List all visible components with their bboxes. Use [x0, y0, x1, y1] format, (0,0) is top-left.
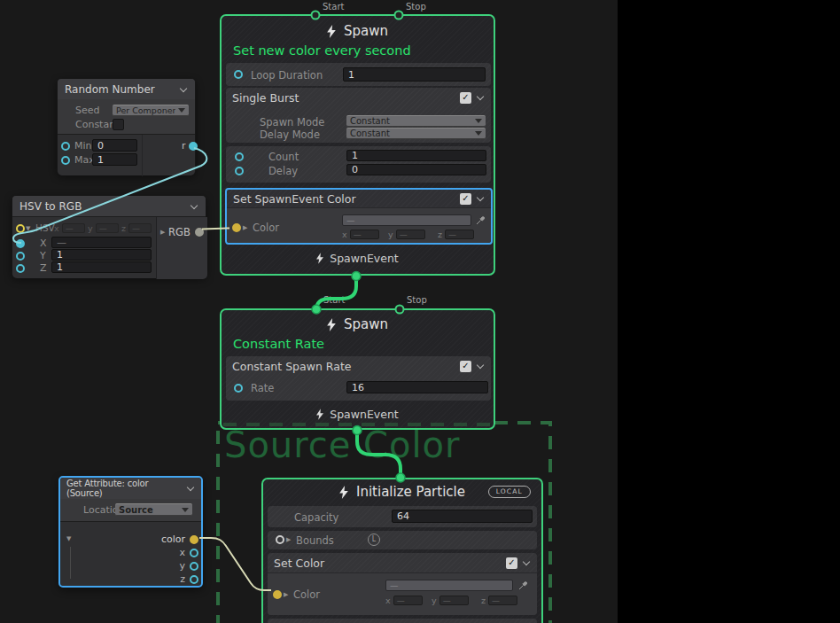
- rgb-output-port[interactable]: [195, 228, 204, 237]
- collapse-triangle-icon[interactable]: ▼: [26, 226, 30, 232]
- single-burst-checkbox[interactable]: ✓: [460, 92, 471, 104]
- y-axis-label: y: [88, 223, 93, 233]
- count-port[interactable]: [235, 152, 244, 161]
- count-input[interactable]: [346, 150, 486, 161]
- color-y-field[interactable]: y—: [432, 596, 469, 605]
- random-number-node[interactable]: Random Number Seed Per Component Constan…: [57, 78, 196, 175]
- set-color-port[interactable]: [273, 590, 282, 599]
- delay-port[interactable]: [235, 167, 244, 175]
- capacity-input[interactable]: [392, 510, 533, 523]
- chevron-down-icon[interactable]: [476, 194, 485, 203]
- chevron-down-icon[interactable]: [190, 202, 198, 211]
- set-color-block[interactable]: Set Color ✓ ▶ Color — x— y— z—: [268, 553, 537, 615]
- chevron-down-icon[interactable]: [522, 558, 531, 567]
- lightning-icon: [327, 318, 336, 331]
- single-burst-block[interactable]: Single Burst ✓ Spawn Mode Constant Delay…: [226, 88, 491, 143]
- node-subtitle[interactable]: Constant Rate: [233, 337, 324, 351]
- color-y-field[interactable]: y—: [388, 230, 425, 239]
- constant-spawn-rate-title: Constant Spawn Rate: [232, 360, 351, 373]
- graph-area[interactable]: Source Color Start Stop Start Stop Spawn…: [0, 0, 618, 623]
- chevron-down-icon[interactable]: [476, 362, 485, 370]
- r-output-port[interactable]: [189, 142, 198, 151]
- capacity-block: Capacity: [268, 506, 537, 527]
- chevron-down-icon[interactable]: [186, 484, 195, 493]
- loop-duration-input[interactable]: [343, 67, 486, 82]
- z-input-port[interactable]: [16, 264, 25, 273]
- z-input[interactable]: [51, 261, 152, 273]
- wire-color-to-setcolor[interactable]: [199, 538, 271, 590]
- loop-duration-label: Loop Duration: [251, 69, 323, 82]
- set-spawnevent-color-checkbox[interactable]: ✓: [460, 193, 471, 205]
- z-axis-value: —: [445, 230, 474, 239]
- hsv-label: HSV: [35, 222, 55, 233]
- set-color-checkbox[interactable]: ✓: [506, 557, 517, 569]
- color-z-field[interactable]: z—: [438, 230, 474, 239]
- spawn-context-2[interactable]: Spawn Constant Rate Constant Spawn Rate …: [220, 308, 495, 430]
- x-input[interactable]: [51, 237, 152, 248]
- color-x-field[interactable]: x—: [385, 596, 423, 605]
- hsv-to-rgb-node[interactable]: HSV to RGB ▶ RGB ▼ HSV x— y— z— X Y: [12, 195, 206, 277]
- bounds-port[interactable]: [276, 535, 284, 544]
- constant-spawn-rate-block[interactable]: Constant Spawn Rate ✓ Rate: [226, 356, 491, 401]
- expand-triangle-icon[interactable]: ▶: [284, 592, 288, 598]
- color-x-field[interactable]: x—: [342, 230, 379, 239]
- x-output-port[interactable]: [190, 549, 198, 557]
- hsv-input-port[interactable]: [16, 224, 25, 233]
- color-gradient-field[interactable]: —: [385, 580, 513, 591]
- delay-input[interactable]: [346, 164, 486, 175]
- spawnevent-color-port[interactable]: [232, 223, 241, 232]
- y-axis-label: y: [388, 230, 393, 239]
- min-input[interactable]: [92, 139, 137, 152]
- constant-spawn-rate-checkbox[interactable]: ✓: [460, 361, 471, 372]
- location-value: Source: [119, 505, 179, 515]
- initialize-particle-context[interactable]: Initialize Particle LOCAL Capacity ▶ Bou…: [261, 478, 543, 623]
- group-title[interactable]: Source Color: [224, 424, 461, 465]
- y-output-port[interactable]: [190, 562, 198, 571]
- collapse-triangle-icon[interactable]: ▼: [66, 536, 71, 542]
- get-attribute-node[interactable]: Get Attribute: color (Source) Location S…: [58, 476, 203, 588]
- rate-input[interactable]: [346, 381, 488, 393]
- location-dropdown[interactable]: Source: [115, 503, 192, 516]
- node-subtitle[interactable]: Set new color every second: [233, 43, 411, 58]
- min-port[interactable]: [61, 142, 70, 151]
- z-axis-label: z: [481, 596, 486, 605]
- chevron-down-icon[interactable]: [476, 93, 485, 102]
- color-output-port[interactable]: [190, 535, 198, 544]
- set-spawnevent-color-title: Set SpawnEvent Color: [233, 192, 356, 206]
- max-input[interactable]: [92, 153, 137, 166]
- seed-dropdown[interactable]: Per Component: [113, 105, 189, 116]
- spawn1-title-row: Spawn: [222, 23, 494, 39]
- color-gradient-field[interactable]: —: [342, 214, 471, 226]
- hsv-x-field: x—: [54, 223, 85, 233]
- y-input[interactable]: [51, 249, 152, 261]
- eyedropper-icon[interactable]: [476, 215, 486, 225]
- set-spawnevent-color-block[interactable]: Set SpawnEvent Color ✓ ▶ Color — x— y— z…: [225, 188, 493, 245]
- x-axis-label: x: [385, 596, 391, 605]
- spawn-mode-dropdown[interactable]: Constant: [346, 115, 486, 127]
- color-z-field[interactable]: z—: [481, 596, 517, 605]
- eyedropper-icon[interactable]: [518, 580, 528, 590]
- count-label: Count: [268, 151, 299, 163]
- x-axis-value: —: [393, 596, 423, 605]
- bounds-local-badge[interactable]: L: [368, 533, 380, 546]
- y-input-port[interactable]: [16, 252, 25, 261]
- z-row-label: Z: [40, 262, 47, 274]
- lightning-icon: [327, 25, 336, 38]
- delay-mode-dropdown[interactable]: Constant: [346, 128, 486, 139]
- constant-checkbox[interactable]: [113, 119, 124, 130]
- expand-triangle-icon[interactable]: ▶: [243, 225, 247, 231]
- loop-duration-port[interactable]: [234, 70, 243, 79]
- expand-triangle-icon[interactable]: ▶: [286, 537, 291, 543]
- wire-spawn1-to-spawn2[interactable]: [316, 276, 356, 310]
- spawn-context-1[interactable]: Spawn Set new color every second Loop Du…: [220, 14, 495, 276]
- set-color-title: Set Color: [274, 557, 324, 570]
- z-axis-label: z: [438, 230, 442, 239]
- max-port[interactable]: [61, 156, 70, 165]
- chevron-down-icon[interactable]: [179, 85, 188, 94]
- spawnevent-output-label: SpawnEvent: [330, 252, 398, 265]
- x-input-port[interactable]: [16, 239, 25, 248]
- dropdown-arrow-icon: [475, 131, 482, 136]
- z-output-port[interactable]: [190, 575, 198, 584]
- y-axis-value: —: [396, 230, 425, 239]
- rate-port[interactable]: [234, 384, 243, 393]
